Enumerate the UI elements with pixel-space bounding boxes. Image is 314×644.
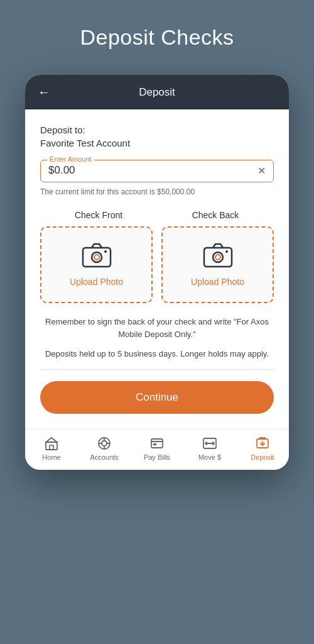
svg-point-11: [102, 441, 107, 446]
back-button[interactable]: ←: [38, 85, 50, 99]
nav-accounts[interactable]: Accounts: [78, 436, 131, 461]
page-background-title: Deposit Checks: [80, 25, 234, 50]
svg-point-1: [92, 252, 102, 262]
upload-back-button[interactable]: Upload Photo: [161, 226, 274, 303]
nav-home-label: Home: [42, 453, 60, 461]
svg-rect-16: [151, 439, 163, 448]
continue-button[interactable]: Continue: [40, 381, 274, 414]
svg-point-3: [104, 250, 107, 253]
svg-point-6: [215, 255, 220, 260]
upload-front-label: Upload Photo: [70, 277, 123, 287]
check-section: Check Front Check Back Uplo: [40, 210, 274, 303]
svg-point-5: [213, 252, 223, 262]
nav-deposit[interactable]: Deposit: [236, 436, 289, 461]
amount-input-container[interactable]: Enter Amount $0.00 ✕: [40, 160, 274, 182]
camera-back-icon: [203, 243, 233, 270]
svg-rect-18: [153, 443, 156, 445]
limit-text: The current limit for this account is $5…: [40, 187, 274, 196]
pay-bills-icon: [148, 436, 166, 451]
check-uploads: Upload Photo Upload Photo: [40, 226, 274, 303]
upload-back-label: Upload Photo: [191, 277, 244, 287]
nav-move-money[interactable]: Move $: [183, 436, 236, 461]
deposit-nav-icon: [254, 436, 271, 451]
svg-rect-8: [46, 442, 57, 450]
svg-rect-4: [204, 248, 232, 267]
nav-home[interactable]: Home: [25, 436, 78, 461]
amount-field-label: Enter Amount: [47, 155, 94, 163]
header-title: Deposit: [139, 86, 175, 99]
clear-icon[interactable]: ✕: [257, 165, 266, 177]
content-area: Deposit to: Favorite Test Account Enter …: [25, 109, 289, 429]
instructions: Remember to sign the back of your check …: [40, 316, 274, 360]
svg-rect-0: [83, 248, 111, 267]
svg-rect-9: [50, 445, 53, 450]
check-labels: Check Front Check Back: [40, 210, 274, 220]
nav-pay-bills-label: Pay Bills: [144, 453, 170, 461]
instruction-hold: Deposits held up to 5 business days. Lon…: [40, 348, 274, 360]
nav-accounts-label: Accounts: [90, 453, 118, 461]
accounts-icon: [95, 436, 113, 451]
app-header: ← Deposit: [25, 75, 289, 109]
nav-deposit-label: Deposit: [251, 453, 274, 461]
svg-point-7: [225, 250, 228, 253]
check-back-label: Check Back: [157, 210, 274, 220]
bottom-nav: Home Accounts: [25, 429, 289, 470]
amount-value: $0.00: [48, 164, 75, 177]
svg-point-2: [94, 255, 99, 260]
instruction-sign: Remember to sign the back of your check …: [40, 316, 274, 340]
nav-pay-bills[interactable]: Pay Bills: [131, 436, 183, 461]
upload-front-button[interactable]: Upload Photo: [40, 226, 153, 303]
account-name: Favorite Test Account: [40, 138, 274, 148]
home-icon: [43, 436, 60, 451]
nav-move-money-label: Move $: [198, 453, 221, 461]
divider: [40, 369, 274, 370]
check-front-label: Check Front: [40, 210, 157, 220]
phone-frame: ← Deposit Deposit to: Favorite Test Acco…: [25, 75, 289, 470]
camera-front-icon: [82, 243, 112, 270]
deposit-to-label: Deposit to:: [40, 125, 274, 135]
move-money-icon: [201, 436, 219, 451]
